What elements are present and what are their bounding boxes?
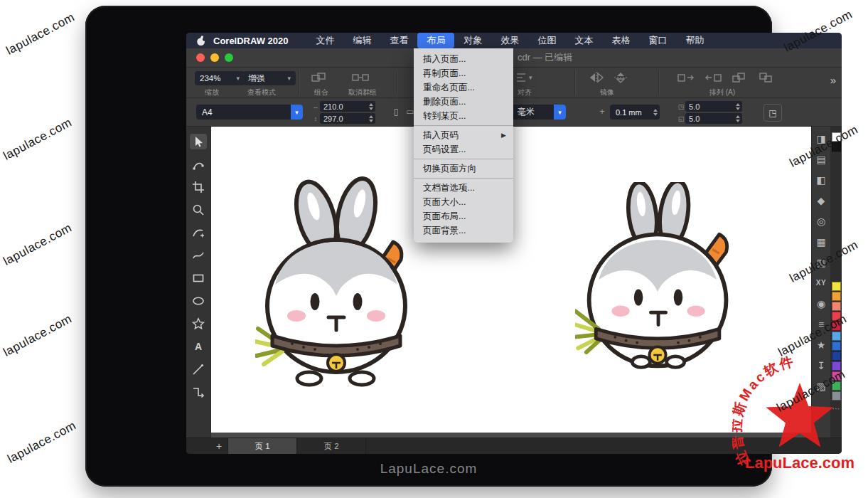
page-width-icon: ↔ — [311, 103, 320, 110]
minimize-window-button[interactable] — [210, 53, 219, 62]
page-size-dropdown[interactable]: A4 ▾ — [196, 105, 303, 120]
crop-tool[interactable] — [190, 179, 207, 195]
page-tab-2[interactable]: 页 2 — [297, 438, 366, 454]
menu-item-page-layout[interactable]: 页面布局... — [414, 209, 513, 223]
page-height-stepper[interactable] — [369, 115, 373, 122]
menu-bitmap[interactable]: 位图 — [528, 33, 565, 48]
menu-table[interactable]: 表格 — [602, 33, 639, 48]
menu-item-page-size[interactable]: 页面大小... — [414, 195, 513, 209]
menubar: CorelDRAW 2020 文件 编辑 查看 布局 对象 效果 位图 文本 表… — [186, 33, 842, 48]
transform-docker-icon[interactable]: ▦ — [816, 237, 825, 247]
align-distribute-button[interactable] — [515, 70, 529, 87]
menu-effects[interactable]: 效果 — [491, 33, 528, 48]
color-styles-docker-icon[interactable]: ◆ — [818, 196, 825, 206]
text-tool[interactable]: A — [190, 339, 207, 354]
chevron-down-icon: ▾ — [236, 75, 240, 82]
menu-separator — [414, 125, 513, 126]
close-window-button[interactable] — [196, 53, 205, 62]
page-size-value: A4 — [196, 107, 291, 117]
ungroup-objects-button[interactable] — [351, 70, 370, 87]
artistic-media-tool[interactable] — [190, 248, 207, 263]
menu-text[interactable]: 文本 — [565, 33, 602, 48]
page-width-stepper[interactable] — [369, 103, 373, 110]
zoom-window-button[interactable] — [225, 53, 233, 62]
page-height-icon: ↕ — [311, 115, 320, 122]
toolbar-overflow-button[interactable]: » — [830, 74, 836, 86]
coordinates-docker-icon[interactable]: XY — [816, 278, 826, 288]
menu-edit[interactable]: 编辑 — [343, 33, 380, 48]
arrange-label: 排列 (A) — [709, 88, 735, 97]
menu-item-insert-page-number[interactable]: 插入页码 ▶ — [414, 128, 513, 142]
arrange-back-button[interactable] — [702, 70, 724, 87]
apple-icon[interactable] — [196, 36, 206, 46]
menu-layout[interactable]: 布局 — [417, 33, 454, 48]
palette-color-swatch[interactable] — [832, 292, 841, 301]
line-tool[interactable] — [190, 361, 207, 377]
duplicate-x-icon: ◳ — [677, 103, 685, 110]
palette-color-swatch[interactable] — [832, 341, 841, 351]
menu-item-delete-page[interactable]: 删除页面... — [414, 95, 513, 109]
svg-text:A: A — [195, 341, 202, 352]
freehand-tool[interactable] — [190, 225, 207, 240]
menu-help[interactable]: 帮助 — [676, 33, 713, 48]
menu-item-page-number-settings[interactable]: 页码设置... — [414, 142, 513, 157]
duplicate-x-stepper[interactable] — [736, 103, 740, 110]
group-label: 组合 — [314, 88, 328, 97]
rectangle-tool[interactable] — [190, 270, 207, 286]
zoom-level-dropdown[interactable]: 234% ▾ — [195, 71, 245, 85]
polygon-tool[interactable] — [190, 316, 207, 332]
duplicate-x-field[interactable]: ◳ 5.0 — [677, 101, 742, 112]
chevron-down-icon: ▾ — [529, 74, 532, 81]
zoom-level-value: 234% — [200, 74, 220, 83]
zoom-tool[interactable] — [190, 202, 207, 218]
palette-color-swatch[interactable] — [832, 302, 841, 311]
menu-window[interactable]: 窗口 — [639, 33, 676, 48]
view-mode-dropdown[interactable]: 增强 ▾ — [243, 71, 296, 85]
group-objects-button[interactable] — [310, 70, 328, 87]
laptop-frame: CorelDRAW 2020 文件 编辑 查看 布局 对象 效果 位图 文本 表… — [85, 6, 772, 487]
nudge-distance-field[interactable]: 0.1 mm — [610, 105, 660, 120]
duplicate-y-field[interactable]: ◱ 5.0 — [677, 113, 742, 124]
menu-item-rename-page[interactable]: 重命名页面... — [414, 80, 513, 95]
units-dropdown[interactable]: 毫米 ▾ — [512, 105, 566, 120]
effects-docker-icon[interactable]: ◎ — [817, 216, 825, 226]
palette-color-swatch[interactable] — [832, 282, 841, 291]
watermark-text: lapulace.com — [1, 221, 75, 269]
shape-tool[interactable] — [190, 157, 207, 172]
find-replace-docker-icon[interactable]: ◉ — [817, 299, 825, 309]
toolbar: 234% ▾ 增强 ▾ 缩放 查看模式 组合 取消群组 ▾ 对齐 — [186, 68, 842, 98]
view-mode-label: 查看模式 — [247, 88, 276, 97]
page-width-field[interactable]: ↔ 210.0 — [311, 101, 375, 112]
page-height-field[interactable]: ↕ 297.0 — [311, 113, 375, 124]
menu-item-document-options[interactable]: 文档首选项... — [414, 181, 513, 195]
menu-file[interactable]: 文件 — [306, 33, 343, 48]
menu-item-switch-page-orientation[interactable]: 切换页面方向 — [414, 161, 513, 176]
arrange-forward-button[interactable] — [729, 70, 751, 87]
menu-object[interactable]: 对象 — [454, 33, 491, 48]
treat-as-filled-button[interactable]: ◳ — [763, 104, 782, 122]
mirror-horizontal-button[interactable] — [587, 70, 606, 87]
red-stamp-watermark: 拉普拉斯Mac软件 LapuLace.com — [732, 354, 867, 497]
ellipse-tool[interactable] — [190, 293, 207, 309]
property-bar: A4 ▾ ↔ 210.0 ↕ 297.0 ▯ ▭ 毫米 ▾ + 0.1 — [186, 98, 842, 127]
menu-view[interactable]: 查看 — [380, 33, 417, 48]
symbols-docker-icon[interactable]: ★ — [817, 340, 826, 350]
units-value: 毫米 — [512, 106, 554, 118]
view-mode-value: 增强 — [248, 73, 264, 84]
mirror-vertical-button[interactable] — [611, 70, 630, 87]
add-page-button[interactable]: + — [210, 438, 228, 454]
pick-tool[interactable] — [190, 134, 207, 149]
nudge-stepper[interactable] — [653, 109, 658, 116]
app-title: CorelDRAW 2020 — [213, 36, 288, 46]
arrange-front-button[interactable] — [675, 70, 697, 87]
comments-docker-icon[interactable]: ◧ — [816, 175, 825, 185]
arrange-backward-button[interactable] — [756, 70, 778, 87]
connector-tool[interactable] — [190, 384, 207, 400]
duplicate-y-stepper[interactable] — [736, 115, 740, 122]
portrait-orientation-button[interactable]: ▯ — [390, 105, 402, 119]
menu-item-insert-page[interactable]: 插入页面... — [414, 52, 513, 66]
page-tab-1[interactable]: 页 1 — [228, 438, 297, 454]
menu-item-page-background[interactable]: 页面背景... — [414, 223, 513, 238]
menu-item-go-to-page[interactable]: 转到某页... — [414, 109, 513, 123]
menu-item-duplicate-page[interactable]: 再制页面... — [414, 66, 513, 80]
